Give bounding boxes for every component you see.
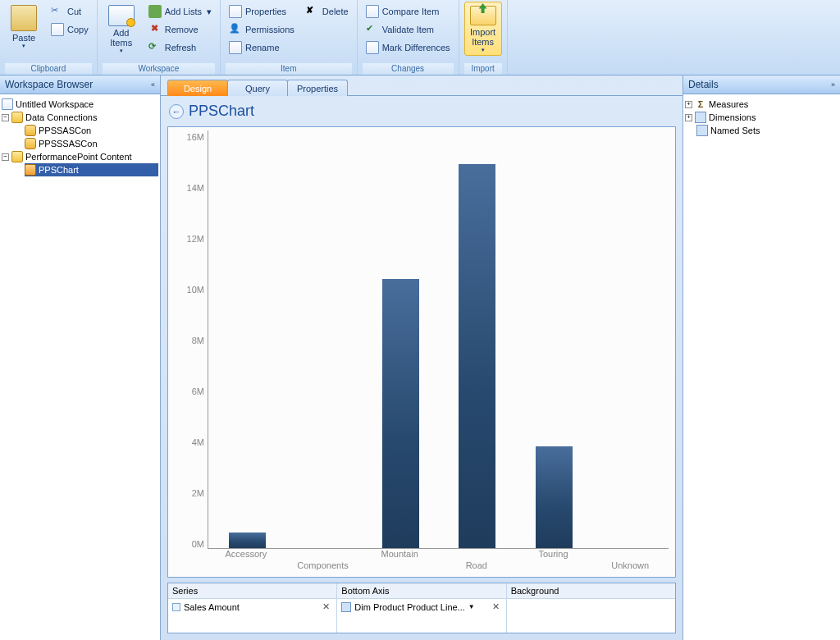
chart-x-axis: AccessoryComponentsMountainRoadTouringUn… bbox=[208, 549, 669, 575]
collapse-icon[interactable]: » bbox=[831, 80, 835, 89]
validate-item-button[interactable]: ✔ Validate Item bbox=[363, 21, 454, 38]
folder-icon bbox=[11, 151, 23, 162]
config-series-header: Series bbox=[168, 583, 336, 599]
main-layout: Workspace Browser « Untitled Workspace −… bbox=[0, 75, 840, 640]
dropdown-icon: ▾ bbox=[120, 48, 123, 54]
tree-label: PerformancePoint Content bbox=[25, 152, 132, 162]
copy-button[interactable]: Copy bbox=[48, 21, 92, 38]
remove-button[interactable]: ✖ Remove bbox=[145, 21, 215, 38]
chart-icon bbox=[25, 164, 36, 176]
compare-icon bbox=[366, 5, 379, 18]
details-dimensions[interactable]: + Dimensions bbox=[685, 111, 838, 124]
dimension-item-icon bbox=[341, 602, 351, 612]
y-tick-label: 2M bbox=[168, 488, 204, 498]
details-header[interactable]: Details » bbox=[683, 75, 840, 94]
delete-label: Delete bbox=[322, 7, 349, 16]
delete-icon: ✘ bbox=[306, 5, 319, 18]
ribbon-group-clipboard: Paste ▾ ✂ Cut Copy Clipboard bbox=[0, 0, 98, 75]
dimensions-icon bbox=[695, 112, 706, 123]
cut-icon: ✂ bbox=[51, 5, 64, 18]
validate-icon: ✔ bbox=[366, 23, 379, 36]
x-tick-label: Mountain bbox=[381, 549, 418, 559]
paste-label: Paste bbox=[12, 33, 35, 43]
mark-differences-button[interactable]: Mark Differences bbox=[363, 39, 454, 56]
config-axis-item[interactable]: Dim Product Product Line... ▼ ✕ bbox=[337, 599, 505, 615]
expander-minus-icon[interactable]: − bbox=[2, 114, 9, 121]
chart-container: 16M14M12M10M8M6M4M2M0M AccessoryComponen… bbox=[167, 126, 676, 578]
import-items-label: Import Items bbox=[470, 27, 495, 47]
import-items-button[interactable]: Import Items ▾ bbox=[464, 2, 502, 56]
permissions-button[interactable]: 👤 Permissions bbox=[226, 21, 298, 38]
tree-label: PPSSSASCon bbox=[39, 139, 98, 149]
tree-label: Data Connections bbox=[25, 112, 97, 122]
add-lists-icon bbox=[148, 5, 162, 18]
config-background-header: Background bbox=[507, 583, 675, 599]
tree-performancepoint-content[interactable]: − PerformancePoint Content bbox=[2, 150, 158, 163]
compare-label: Compare Item bbox=[382, 7, 440, 16]
tree-connection-item[interactable]: PPSSASCon bbox=[25, 124, 158, 137]
paste-button[interactable]: Paste ▾ bbox=[5, 2, 43, 56]
remove-icon: ✖ bbox=[148, 23, 162, 36]
designer-title: PPSChart bbox=[189, 103, 254, 120]
details-measures[interactable]: + Σ Measures bbox=[685, 98, 838, 111]
y-tick-label: 16M bbox=[168, 132, 204, 142]
series-item-icon bbox=[172, 603, 180, 611]
workspace-browser-header[interactable]: Workspace Browser « bbox=[0, 75, 160, 94]
y-tick-label: 4M bbox=[168, 437, 204, 447]
ribbon-group-import: Import Items ▾ Import bbox=[459, 0, 508, 75]
measures-icon: Σ bbox=[695, 99, 706, 109]
remove-series-button[interactable]: ✕ bbox=[320, 601, 332, 612]
mark-diff-icon bbox=[366, 41, 379, 54]
add-items-button[interactable]: Add Items ▾ bbox=[103, 2, 140, 56]
tree-root-workspace[interactable]: Untitled Workspace bbox=[2, 98, 158, 111]
tab-query[interactable]: Query bbox=[227, 80, 288, 96]
axis-item-label: Dim Product Product Line... bbox=[354, 602, 465, 612]
tab-properties[interactable]: Properties bbox=[287, 80, 348, 96]
axis-dropdown-icon[interactable]: ▼ bbox=[468, 603, 475, 610]
chart-bar bbox=[382, 279, 419, 548]
rename-icon bbox=[229, 41, 242, 54]
tab-design[interactable]: Design bbox=[167, 80, 228, 96]
tree-chart-item-selected[interactable]: PPSChart bbox=[25, 163, 158, 176]
compare-item-button[interactable]: Compare Item bbox=[363, 3, 454, 20]
refresh-button[interactable]: ⟳ Refresh bbox=[145, 39, 215, 56]
remove-axis-button[interactable]: ✕ bbox=[490, 601, 502, 612]
validate-label: Validate Item bbox=[382, 25, 434, 34]
details-label: Measures bbox=[709, 99, 748, 109]
chart-bar bbox=[536, 446, 573, 548]
add-items-label: Add Items bbox=[110, 28, 132, 48]
x-tick-label: Components bbox=[297, 560, 348, 570]
workspace-icon bbox=[2, 98, 13, 110]
properties-button[interactable]: Properties bbox=[226, 3, 298, 20]
expander-plus-icon[interactable]: + bbox=[685, 101, 692, 108]
collapse-icon[interactable]: « bbox=[151, 80, 155, 89]
expander-plus-icon[interactable]: + bbox=[685, 114, 692, 121]
ribbon-group-label: Workspace bbox=[103, 63, 215, 75]
add-lists-button[interactable]: Add Lists ▾ bbox=[145, 3, 215, 20]
refresh-label: Refresh bbox=[165, 43, 197, 53]
refresh-icon: ⟳ bbox=[148, 41, 162, 54]
rename-label: Rename bbox=[245, 43, 280, 53]
expander-minus-icon[interactable]: − bbox=[2, 153, 9, 161]
properties-label: Properties bbox=[245, 7, 286, 16]
cut-button[interactable]: ✂ Cut bbox=[48, 3, 92, 20]
y-tick-label: 10M bbox=[168, 285, 204, 295]
folder-icon bbox=[11, 112, 23, 123]
ribbon-group-label: Item bbox=[226, 63, 352, 75]
back-button[interactable]: ← bbox=[169, 104, 184, 119]
rename-button[interactable]: Rename bbox=[226, 39, 298, 56]
chart-plot-area bbox=[208, 130, 669, 549]
config-series-item[interactable]: Sales Amount ✕ bbox=[168, 599, 336, 615]
details-named-sets[interactable]: Named Sets bbox=[685, 124, 838, 137]
permissions-label: Permissions bbox=[245, 25, 294, 34]
dropdown-icon: ▾ bbox=[207, 7, 212, 17]
config-series-column: Series Sales Amount ✕ bbox=[168, 583, 337, 633]
tree-connection-item[interactable]: PPSSSASCon bbox=[25, 137, 158, 150]
tree-data-connections[interactable]: − Data Connections bbox=[2, 111, 158, 124]
delete-button[interactable]: ✘ Delete bbox=[303, 3, 352, 20]
ribbon-group-label: Changes bbox=[363, 63, 454, 75]
workspace-tree: Untitled Workspace − Data Connections PP… bbox=[0, 94, 160, 180]
tree-label: PPSSASCon bbox=[39, 126, 91, 135]
copy-label: Copy bbox=[67, 25, 89, 34]
designer-area: Design Query Properties ← PPSChart 16M14… bbox=[161, 75, 682, 640]
